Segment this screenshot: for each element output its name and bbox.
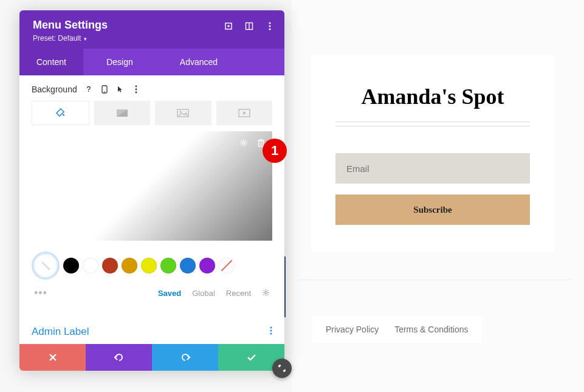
svg-point-5 [269,25,270,27]
more-options-icon[interactable] [129,83,143,96]
svg-point-4 [269,22,270,24]
divider [335,122,530,122]
color-swatch[interactable] [102,258,118,273]
more-swatches-icon[interactable]: ••• [34,287,47,300]
privacy-link[interactable]: Privacy Policy [326,325,379,334]
color-swatch[interactable] [122,258,137,273]
help-icon[interactable]: ? [82,83,95,96]
footer-buttons [19,344,284,371]
panel-body: Background ? [19,75,284,300]
divider [335,126,530,126]
svg-point-11 [135,92,137,94]
bg-video-tab[interactable] [216,101,273,125]
admin-label-section[interactable]: Admin Label [19,314,284,344]
svg-line-25 [246,140,247,142]
bg-image-tab[interactable] [155,101,211,125]
snap-icon[interactable] [224,21,233,31]
cancel-button[interactable] [19,344,86,371]
svg-point-31 [48,268,50,270]
svg-point-43 [270,333,272,335]
svg-point-9 [135,86,137,88]
svg-line-39 [264,294,264,295]
terms-link[interactable]: Terms & Conditions [394,325,468,334]
tab-content[interactable]: Content [19,49,83,75]
palette-saved-tab[interactable]: Saved [158,289,181,298]
bg-gradient-tab[interactable] [94,101,151,125]
svg-line-23 [246,145,247,146]
palette-settings-icon[interactable] [262,289,270,298]
svg-line-22 [241,140,242,142]
cursor-icon[interactable] [114,83,127,96]
annotation-badge-1: 1 [263,139,287,163]
caret-down-icon: ▾ [82,36,87,42]
more-icon[interactable] [265,21,275,31]
palette-recent-tab[interactable]: Recent [226,289,251,298]
no-color-swatch[interactable] [219,258,235,273]
gradient-preview [32,131,272,241]
tab-design[interactable]: Design [83,49,156,75]
preset-selector[interactable]: Preset: Default ▾ [33,34,271,43]
svg-rect-1 [228,26,230,27]
admin-more-icon[interactable] [270,325,272,338]
tabs: Content Design Advanced [19,49,284,75]
svg-point-17 [242,142,245,144]
layout-icon[interactable] [244,21,254,31]
svg-point-12 [63,114,64,115]
tab-advanced[interactable]: Advanced [156,49,241,75]
device-icon[interactable] [98,83,111,96]
redo-button[interactable] [152,344,218,371]
settings-panel: Menu Settings Preset: Default ▾ Content … [19,10,284,371]
section-divider [298,280,572,280]
svg-point-10 [135,89,137,91]
color-swatch[interactable] [180,258,196,273]
svg-rect-26 [258,141,263,146]
gear-icon[interactable] [238,137,249,148]
color-swatch[interactable] [160,258,176,273]
color-swatch[interactable] [63,258,79,273]
bg-type-tabs [32,101,272,125]
svg-point-6 [269,28,270,30]
svg-line-24 [241,145,242,146]
svg-line-40 [267,290,268,291]
color-swatch[interactable] [199,258,215,273]
svg-point-41 [270,327,272,329]
admin-label: Admin Label [32,326,89,338]
svg-point-32 [265,291,267,294]
palette-global-tab[interactable]: Global [192,289,215,298]
svg-point-42 [270,330,272,332]
subscribe-button[interactable]: Subscribe [335,194,530,225]
svg-line-37 [264,290,264,291]
page-preview: Amanda's Spot Subscribe Privacy Policy T… [292,0,584,392]
email-field[interactable] [335,153,530,184]
footer-links: Privacy Policy Terms & Conditions [312,316,482,343]
color-swatch-active[interactable] [32,252,60,280]
panel-header: Menu Settings Preset: Default ▾ [19,10,284,49]
subscribe-card: Amanda's Spot Subscribe [311,55,554,252]
svg-point-15 [180,111,182,113]
undo-button[interactable] [86,344,152,371]
color-swatches [32,252,272,280]
site-title: Amanda's Spot [335,84,530,109]
bg-color-tab[interactable] [32,101,89,125]
background-label: Background [32,84,77,94]
svg-line-38 [267,294,268,295]
svg-point-8 [104,91,105,92]
color-swatch[interactable] [83,258,98,273]
color-swatch[interactable] [141,258,157,273]
resize-handle[interactable] [272,359,292,378]
